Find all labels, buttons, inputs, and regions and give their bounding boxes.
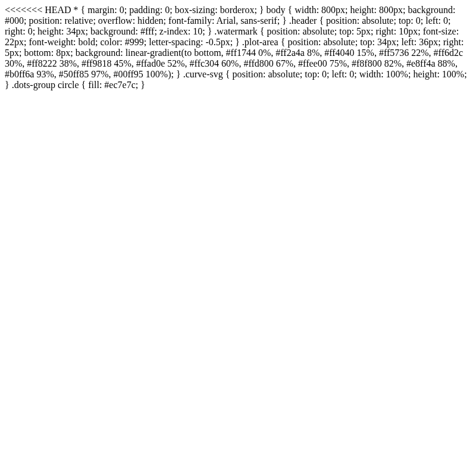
header-bar: const data = parse(document.getElementBy… (5, 90, 471, 476)
bottleneck-curve (5, 90, 471, 476)
watermark-text (5, 90, 471, 476)
